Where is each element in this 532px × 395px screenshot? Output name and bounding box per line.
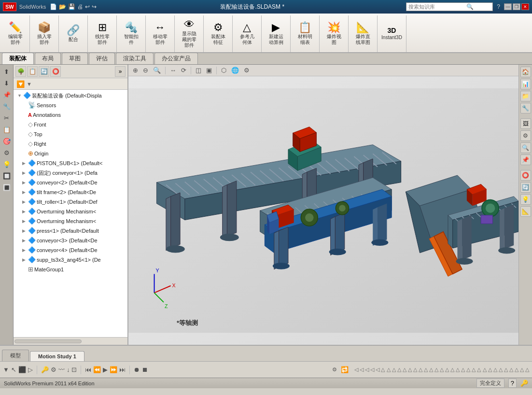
rt-btn-ruler[interactable]: 📐	[520, 206, 531, 217]
tree-item-conveyor2[interactable]: ▶ 🔷 conveyor<2> (Default<De	[14, 178, 127, 187]
anim-options[interactable]: ⚙	[332, 367, 337, 373]
ribbon-btn-explode[interactable]: 💥 爆炸视图	[323, 21, 345, 46]
tree-item-sensors[interactable]: 📡 Sensors	[14, 100, 127, 110]
tab-assembly[interactable]: 装配体	[2, 53, 34, 64]
panel-tool-propertymanager[interactable]: 📋	[27, 66, 38, 77]
ribbon-btn-move[interactable]: ↔ 移动零部件	[150, 21, 171, 46]
ribbon-btn-ref[interactable]: △ 参考几何体	[237, 21, 258, 46]
filter-icon[interactable]: 🔽	[16, 80, 25, 88]
panel-tool-appear[interactable]: ⭕	[50, 66, 61, 77]
anim-select-icon[interactable]: ⬛	[18, 366, 26, 373]
tree-item-root[interactable]: ▼ 🔷 装配输送设备 (Default<Displa	[14, 91, 127, 100]
side-icon-11[interactable]: 🔳	[2, 183, 12, 192]
3d-scene[interactable]: Y X Z	[128, 76, 518, 345]
rt-btn-home[interactable]: 🏠	[520, 67, 531, 77]
rt-btn-light[interactable]: 💡	[520, 194, 531, 205]
ribbon-btn-linear[interactable]: ⊞ 线性零部件	[92, 21, 113, 46]
tab-layout[interactable]: 布局	[35, 53, 61, 64]
tree-item-press[interactable]: ▶ 🔷 press<1> (Default<Default	[14, 226, 127, 236]
side-icon-10[interactable]: 🔲	[2, 171, 12, 181]
status-help-btn[interactable]: ?	[508, 379, 517, 388]
tree-item-conveyor1[interactable]: ▶ 🔷 (固定) conveyor<1> (Defa	[14, 168, 127, 178]
vp-section[interactable]: ⬡	[220, 66, 228, 74]
expand-root-icon[interactable]: ▼	[17, 91, 22, 100]
anim-record[interactable]: ⏺	[134, 366, 140, 373]
tree-item-conveyor4[interactable]: ▶ 🔷 conveyor<4> (Default<De	[14, 245, 127, 255]
rt-btn-circle[interactable]: ⭕	[520, 170, 531, 181]
tab-render[interactable]: 渲染工具	[116, 53, 154, 64]
side-icon-9[interactable]: 💡	[2, 159, 12, 169]
restore-btn[interactable]: ❐	[513, 3, 520, 10]
open-file-icon[interactable]: 📂	[59, 3, 66, 10]
expand-conveyor2-icon[interactable]: ▶	[22, 178, 27, 187]
vp-rotate[interactable]: ⟳	[180, 66, 188, 74]
ribbon-btn-bom[interactable]: 📋 材料明细表	[294, 21, 316, 46]
anim-next-frame[interactable]: ⏩	[110, 366, 117, 373]
side-icon-8[interactable]: ⚙	[2, 148, 12, 157]
side-icon-6[interactable]: 📋	[2, 125, 12, 134]
rt-btn-folder[interactable]: 📁	[520, 91, 531, 101]
ribbon-btn-explode-line[interactable]: 📐 爆炸直线草图	[352, 21, 374, 46]
side-icon-1[interactable]: ⬆	[2, 67, 12, 76]
expand-conveyor4-icon[interactable]: ▶	[22, 246, 27, 254]
help-btn[interactable]: ?	[497, 3, 500, 10]
tree-item-piston[interactable]: ▶ 🔷 PISTON_SUB<1> (Default<	[14, 158, 127, 168]
tree-item-front[interactable]: ◇ Front	[14, 120, 127, 129]
anim-prev-frame[interactable]: ⏪	[93, 366, 101, 373]
vp-zoom-in[interactable]: ⊕	[131, 66, 140, 74]
expand-overturning2-icon[interactable]: ▶	[22, 217, 27, 226]
side-icon-7[interactable]: 🎯	[2, 136, 12, 146]
side-icon-5[interactable]: ✂	[2, 113, 12, 123]
ribbon-btn-instant3d[interactable]: 3D Instant3D	[379, 26, 404, 42]
tree-item-origin[interactable]: ⊕ Origin	[14, 149, 127, 158]
ribbon-btn-assembly[interactable]: ⚙ 装配体特征	[208, 21, 229, 46]
side-icon-3[interactable]: 📌	[2, 90, 12, 99]
panel-tool-expand[interactable]: »	[115, 66, 126, 77]
expand-conveyor1-icon[interactable]: ▶	[22, 169, 27, 177]
anim-play[interactable]: ▶	[103, 366, 108, 373]
anim-key-icon[interactable]: 🔑	[41, 366, 49, 373]
tree-item-overturning2[interactable]: ▶ 🔷 Overturning Mechanism<	[14, 216, 127, 226]
vp-zoom-fit[interactable]: 🔍	[152, 66, 162, 74]
anim-cursor-icon[interactable]: ↖	[11, 366, 16, 373]
search-icon[interactable]: 🔍	[466, 3, 474, 10]
side-icon-4[interactable]: 🔧	[2, 101, 12, 111]
rt-btn-refresh[interactable]: 🔄	[520, 182, 531, 193]
anim-play-back[interactable]: ⏮	[85, 366, 91, 373]
rt-btn-chart[interactable]: 📊	[520, 79, 531, 89]
tree-item-supp[interactable]: ▶ 🔷 supp_ts3x3_ang45<1> (De	[14, 255, 127, 265]
tree-item-overturning1[interactable]: ▶ 🔷 Overturning Mechanism<	[14, 207, 127, 216]
anim-loop-icon[interactable]: 🔁	[341, 366, 349, 373]
expand-overturning1-icon[interactable]: ▶	[22, 207, 27, 216]
anim-play-end[interactable]: ⏭	[119, 366, 126, 373]
filter-icon-anim[interactable]: ▼	[3, 366, 9, 373]
rt-btn-image[interactable]: 🖼	[520, 118, 531, 129]
rt-btn-wrench[interactable]: 🔧	[520, 103, 531, 113]
ribbon-btn-motion[interactable]: ▶ 新建运动算例	[266, 21, 287, 46]
tab-sketch[interactable]: 草图	[62, 53, 88, 64]
print-icon[interactable]: 🖨	[77, 3, 83, 10]
anim-contact-icon[interactable]: ⊡	[71, 366, 77, 373]
anim-gravity-icon[interactable]: ↓	[67, 366, 70, 373]
bottom-tab-motion-study[interactable]: Motion Study 1	[30, 351, 84, 361]
close-btn[interactable]: ✕	[521, 3, 529, 10]
expand-tiltroller-icon[interactable]: ▶	[22, 198, 27, 206]
minimize-btn[interactable]: —	[504, 3, 512, 10]
undo-icon[interactable]: ↩	[85, 3, 90, 10]
ribbon-btn-smart[interactable]: 🔩 智能扣件	[121, 21, 142, 46]
tree-item-tiltroller[interactable]: ▶ 🔷 tilt_roller<1> (Default<Def	[14, 197, 127, 207]
side-icon-2[interactable]: ⬇	[2, 78, 12, 88]
vp-display-style[interactable]: ◫	[194, 66, 203, 74]
search-input[interactable]	[408, 4, 466, 10]
expand-piston-icon[interactable]: ▶	[22, 159, 27, 168]
scrollbar-thumb[interactable]	[14, 339, 82, 343]
vp-pan[interactable]: ↔	[168, 66, 178, 74]
vp-view-settings[interactable]: 🌐	[230, 66, 240, 74]
bottom-tab-model[interactable]: 模型	[2, 350, 29, 361]
anim-motor-icon[interactable]: ⚙	[51, 366, 56, 373]
tree-item-tiltframe[interactable]: ▶ 🔷 tilt frame<2> (Default<De	[14, 187, 127, 197]
tab-evaluate[interactable]: 评估	[89, 53, 115, 64]
vp-options[interactable]: ⚙	[242, 66, 251, 74]
ribbon-btn-mate[interactable]: 🔗 配合	[63, 24, 84, 43]
expand-conveyor3-icon[interactable]: ▶	[22, 236, 27, 245]
